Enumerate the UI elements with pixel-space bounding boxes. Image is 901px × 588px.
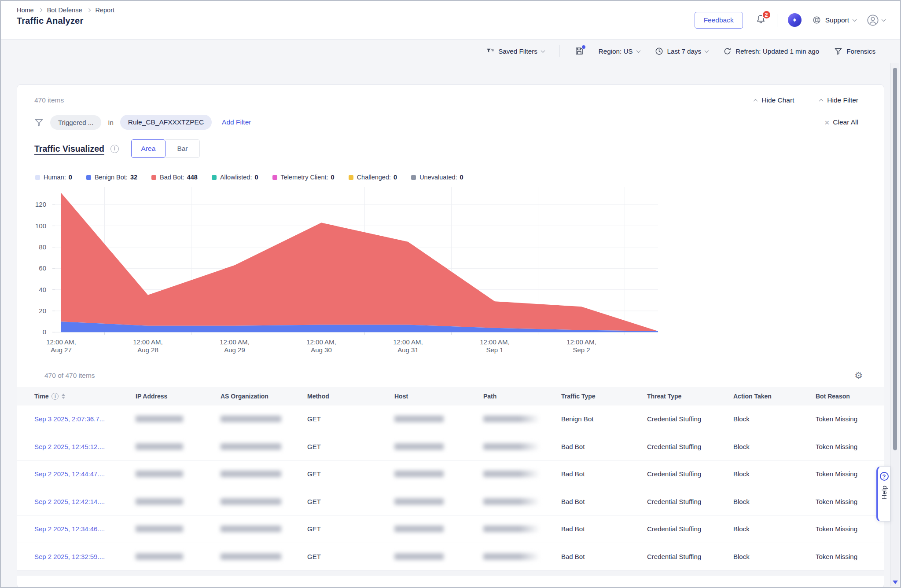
legend-item-bad-bot[interactable]: Bad Bot: 448 xyxy=(151,174,198,181)
redacted-path xyxy=(483,416,561,422)
column-label: Threat Type xyxy=(647,393,681,400)
time-link[interactable]: Sep 2 2025, 12:44:47.... xyxy=(34,470,136,478)
support-menu[interactable]: Support xyxy=(812,15,856,25)
hide-chart-toggle[interactable]: Hide Chart xyxy=(754,96,794,104)
redacted-ip xyxy=(136,416,221,422)
help-tab[interactable]: ? Help xyxy=(876,466,890,522)
column-header-path[interactable]: Path xyxy=(483,393,561,400)
region-label: Region: US xyxy=(599,47,633,55)
scrollbar-thumb[interactable] xyxy=(893,68,897,450)
column-header-traffic-type[interactable]: Traffic Type xyxy=(561,393,647,400)
column-header-method[interactable]: Method xyxy=(307,393,394,400)
legend-label: Benign Bot: 32 xyxy=(95,174,137,181)
sort-icon[interactable] xyxy=(62,394,65,399)
cell-method: GET xyxy=(307,553,394,560)
clear-all-button[interactable]: × Clear All xyxy=(824,118,858,127)
legend-item-telemetry-client[interactable]: Telemetry Client: 0 xyxy=(272,174,335,181)
chart-view-toggle: AreaBar xyxy=(131,139,200,158)
region-dropdown[interactable]: Region: US xyxy=(599,47,640,55)
cell-action-taken: Block xyxy=(733,470,816,478)
time-info-icon[interactable]: i xyxy=(51,393,59,400)
blurred-value xyxy=(136,498,183,505)
column-header-as-organization[interactable]: AS Organization xyxy=(221,393,307,400)
saved-filters-dropdown[interactable]: Saved Filters xyxy=(486,47,544,55)
time-link[interactable]: Sep 2 2025, 12:45:12.... xyxy=(34,443,136,450)
blurred-value xyxy=(221,416,281,422)
cell-bot-reason: Token Missing xyxy=(816,470,884,478)
svg-text:0: 0 xyxy=(43,328,46,336)
column-header-ip-address[interactable]: IP Address xyxy=(136,393,221,400)
blurred-value xyxy=(221,471,281,477)
add-filter-link[interactable]: Add Filter xyxy=(222,118,251,126)
cell-traffic-type: Benign Bot xyxy=(561,415,647,423)
table-items-count: 470 of 470 items xyxy=(44,372,95,380)
column-header-host[interactable]: Host xyxy=(394,393,483,400)
legend-label: Allowlisted: 0 xyxy=(220,174,258,181)
blurred-value xyxy=(394,443,444,450)
time-link[interactable]: Sep 2 2025, 12:42:14.... xyxy=(34,498,136,505)
blurred-value xyxy=(394,526,444,532)
redacted-as-org xyxy=(221,471,307,477)
legend-item-benign-bot[interactable]: Benign Bot: 32 xyxy=(86,174,137,181)
help-label: Help xyxy=(880,486,888,500)
breadcrumb: Home Bot Defense Report xyxy=(17,7,114,14)
redacted-host xyxy=(394,526,483,532)
redacted-ip xyxy=(136,443,221,450)
legend-item-unevaluated[interactable]: Unevaluated: 0 xyxy=(411,174,463,181)
filter-chip-value[interactable]: Rule_CB_AFXXXTZPEC xyxy=(120,115,212,130)
cell-action-taken: Block xyxy=(733,525,816,533)
breadcrumb-bot-defense[interactable]: Bot Defense xyxy=(47,7,82,14)
close-icon: × xyxy=(824,118,829,127)
sparkle-icon: ✦ xyxy=(792,16,798,24)
feedback-button[interactable]: Feedback xyxy=(695,12,743,29)
legend-item-allowlisted[interactable]: Allowlisted: 0 xyxy=(212,174,258,181)
info-icon[interactable]: i xyxy=(110,145,119,153)
time-range-dropdown[interactable]: Last 7 days xyxy=(655,47,709,55)
redacted-path xyxy=(483,553,561,560)
time-link[interactable]: Sep 3 2025, 2:07:36.7... xyxy=(34,415,136,423)
svg-text:Aug 29: Aug 29 xyxy=(224,346,245,354)
redacted-ip xyxy=(136,553,221,560)
scroll-down-arrow[interactable] xyxy=(893,581,898,584)
legend-item-human[interactable]: Human: 0 xyxy=(35,174,72,181)
chevron-down-icon xyxy=(853,17,857,22)
time-link[interactable]: Sep 2 2025, 12:32:59.... xyxy=(34,553,136,560)
legend-swatch xyxy=(86,175,91,180)
column-header-action-taken[interactable]: Action Taken xyxy=(733,393,816,400)
time-link[interactable]: Sep 2 2025, 12:34:46.... xyxy=(34,525,136,533)
breadcrumb-home[interactable]: Home xyxy=(17,7,34,14)
blurred-value xyxy=(221,443,281,450)
notifications-button[interactable]: 2 xyxy=(755,14,766,26)
table-settings-gear-icon[interactable]: ⚙ xyxy=(854,371,863,380)
svg-text:Aug 27: Aug 27 xyxy=(51,346,72,354)
svg-text:12:00 AM,: 12:00 AM, xyxy=(306,338,336,346)
chevron-down-icon xyxy=(705,48,709,53)
blurred-value xyxy=(483,553,540,560)
redacted-host xyxy=(394,553,483,560)
svg-text:Sep 1: Sep 1 xyxy=(486,346,503,354)
column-header-time[interactable]: Timei xyxy=(34,393,136,400)
legend-item-challenged[interactable]: Challenged: 0 xyxy=(349,174,397,181)
sort-desc-icon xyxy=(62,397,65,399)
table-row: Sep 2 2025, 12:42:14....GETBad BotCreden… xyxy=(17,488,884,516)
forensics-button[interactable]: Forensics xyxy=(834,47,875,55)
vertical-scrollbar[interactable] xyxy=(890,63,899,586)
save-filter-button[interactable] xyxy=(575,47,584,55)
user-menu[interactable] xyxy=(867,14,885,26)
column-label: Time xyxy=(34,393,48,400)
column-label: AS Organization xyxy=(221,393,268,400)
column-header-bot-reason[interactable]: Bot Reason xyxy=(816,393,884,400)
ai-assistant-button[interactable]: ✦ xyxy=(788,13,802,27)
divider xyxy=(777,14,777,27)
hide-filter-toggle[interactable]: Hide Filter xyxy=(820,96,858,104)
column-header-threat-type[interactable]: Threat Type xyxy=(647,393,733,400)
redacted-path xyxy=(483,498,561,505)
filter-chip-field[interactable]: Triggered ... xyxy=(50,115,101,130)
section-title[interactable]: Traffic Visualized xyxy=(34,144,104,154)
cell-action-taken: Block xyxy=(733,498,816,505)
redacted-ip xyxy=(136,471,221,477)
toggle-bar[interactable]: Bar xyxy=(165,139,200,158)
toggle-area[interactable]: Area xyxy=(131,139,165,158)
redacted-path xyxy=(483,471,561,477)
refresh-button[interactable]: Refresh: Updated 1 min ago xyxy=(723,47,819,55)
